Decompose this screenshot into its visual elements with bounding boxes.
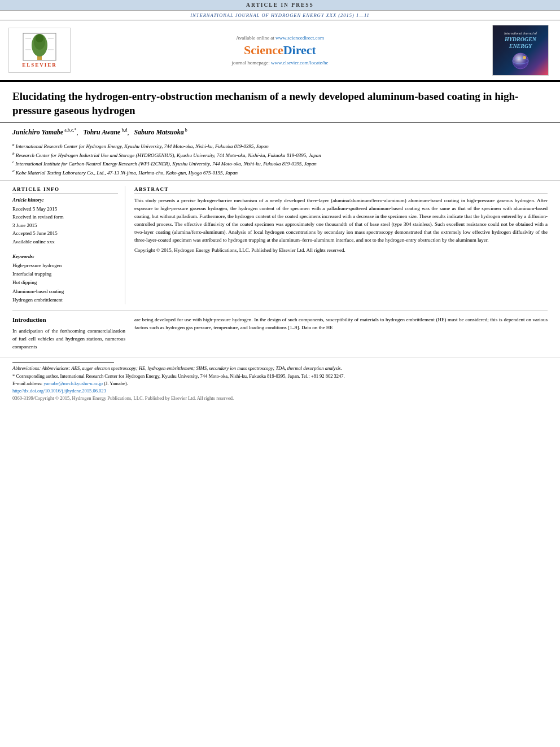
author-awane-super: b,d [120,128,127,133]
introduction-section: Introduction In anticipation of the fort… [0,311,560,357]
keywords-section: Keywords: High-pressure hydrogen Interfa… [12,254,118,304]
elsevier-label: ELSEVIER [22,62,57,68]
email-line: E-mail address: yamabe@mech.kyushu-u.ac.… [12,380,548,388]
aff-c-super: c [12,160,14,164]
affiliations-section: a International Research Center for Hydr… [0,141,560,180]
doi-link[interactable]: http://dx.doi.org/10.1016/j.ijhydene.201… [12,388,548,394]
intro-right-column: are being developed for use with high-pr… [134,316,548,351]
history-accepted: Accepted 5 June 2015 [12,229,118,237]
keyword-3: Hot dipping [12,278,118,287]
article-in-press-banner: ARTICLE IN PRESS [0,0,560,11]
affiliation-d: d Kobe Material Testing Laboratory Co., … [12,168,548,177]
affiliation-c: c International Institute for Carbon-Neu… [12,159,548,168]
keyword-1: High-pressure hydrogen [12,261,118,270]
abstract-copyright: Copyright © 2015, Hydrogen Energy Public… [134,247,548,255]
journal-homepage-text: journal homepage: www.elsevier.com/locat… [232,60,329,65]
authors-section: Junichiro Yamabe a,b,c,*, Tohru Awane b,… [0,123,560,141]
history-available: Available online xxx [12,238,118,246]
author-yamabe-super: a,b,c,* [63,128,76,133]
author-matsuoka-super: b [184,128,187,133]
keyword-5: Hydrogen embrittlement [12,296,118,304]
cover-title: HYDROGENENERGY [505,36,536,50]
email-label: E-mail address: [12,381,42,386]
affiliation-a: a International Research Center for Hydr… [12,142,548,150]
article-history-label: Article history: [12,197,118,203]
sciencedirect-link[interactable]: www.sciencedirect.com [275,35,324,41]
author-yamabe: Junichiro Yamabe [12,128,63,136]
abbreviations-label: Abbreviations [12,365,39,371]
abbreviations-content: Abbreviations: AES, auger electron spect… [42,365,342,371]
affiliation-b: b Research Center for Hydrogen Industria… [12,151,548,159]
article-title-section: Elucidating the hydrogen-entry-obstructi… [0,82,560,123]
hydrogen-energy-cover: International Journal of HYDROGENENERGY [492,25,549,76]
aff-b-super: b [12,151,15,156]
author-matsuoka: Saburo Matsuoka [134,128,183,136]
aff-d-super: d [12,169,15,173]
journal-homepage-link[interactable]: www.elsevier.com/locate/he [271,60,328,65]
abstract-heading: ABSTRACT [134,186,548,194]
intro-heading: Introduction [12,316,125,323]
svg-point-9 [513,53,528,69]
science-part: Science [244,43,283,57]
footnote-section: Abbreviations: Abbreviations: AES, auger… [0,357,560,405]
available-online-text: Available online at www.sciencedirect.co… [236,35,324,41]
aff-a-super: a [12,142,15,147]
abstract-column: ABSTRACT This study presents a precise h… [134,186,548,304]
direct-part: Direct [283,43,316,57]
abbreviations-text: Abbreviations: Abbreviations: AES, auger… [12,365,548,373]
article-info-heading: ARTICLE INFO [12,186,118,194]
intro-left-column: Introduction In anticipation of the fort… [12,316,125,351]
sciencedirect-logo: ScienceDirect [244,43,316,58]
intro-right-text: are being developed for use with high-pr… [134,316,548,332]
cover-intl-label: International Journal of [504,31,537,36]
email-suffix: (J. Yamabe). [104,381,128,386]
article-info-column: ARTICLE INFO Article history: Received 5… [12,186,125,304]
history-revised-date: 3 June 2015 [12,221,118,229]
author-awane: Tohru Awane [83,128,120,136]
history-revised-label: Received in revised form [12,213,118,221]
elsevier-logo-box: ELSEVIER [8,28,71,73]
authors-line: Junichiro Yamabe a,b,c,*, Tohru Awane b,… [12,127,548,137]
cover-graphic [506,50,535,69]
abstract-body: This study presents a precise hydrogen-b… [134,197,548,244]
journal-title-bar: INTERNATIONAL JOURNAL OF HYDROGEN ENERGY… [0,11,560,20]
copyright-footer: 0360-3199/Copyright © 2015, Hydrogen Ene… [12,395,548,401]
elsevier-logo-left: ELSEVIER [6,25,73,76]
header-section: ELSEVIER Available online at www.science… [0,20,560,82]
intro-left-text: In anticipation of the forthcoming comme… [12,327,125,351]
footnote-rule [12,362,114,362]
svg-point-3 [36,34,43,42]
svg-point-11 [523,56,526,59]
keyword-4: Aluminum-based coating [12,287,118,296]
article-main-title: Elucidating the hydrogen-entry-obstructi… [12,90,548,117]
history-received: Received 5 May 2015 [12,205,118,213]
keyword-2: Interfacial trapping [12,270,118,278]
main-content-area: ARTICLE INFO Article history: Received 5… [0,180,560,310]
elsevier-tree-icon [23,33,56,61]
email-link[interactable]: yamabe@mech.kyushu-u.ac.jp [43,381,103,386]
keywords-label: Keywords: [12,254,118,259]
journal-cover-right: International Journal of HYDROGENENERGY [487,25,554,76]
header-center: Available online at www.sciencedirect.co… [78,25,482,76]
corresponding-author-text: * Corresponding author. International Re… [12,373,548,381]
